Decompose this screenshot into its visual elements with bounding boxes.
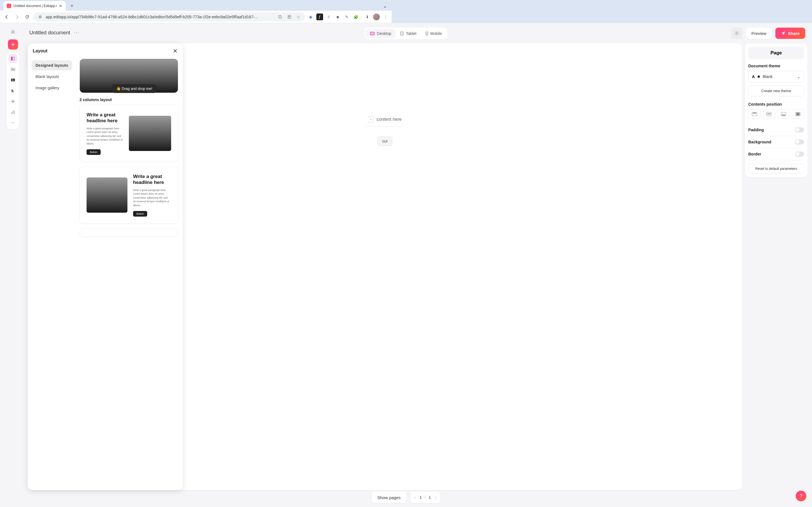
extension-icon-4[interactable]: ☻ (335, 13, 341, 20)
back-button[interactable] (3, 13, 11, 21)
drag-tooltip: 👋 Drag and drop me! (112, 84, 156, 93)
svg-point-4 (12, 79, 12, 80)
svg-rect-5 (11, 112, 12, 114)
svg-rect-8 (11, 122, 12, 123)
site-settings-icon[interactable]: ⚙ (37, 13, 43, 20)
chart-tool-button[interactable] (8, 108, 17, 117)
placeholder-image (87, 177, 128, 213)
tab-blank-layouts[interactable]: Blank layouts (32, 71, 72, 82)
tab-image-gallery[interactable]: Image gallery (32, 83, 72, 93)
grid-tool-button[interactable] (8, 97, 17, 106)
star-icon[interactable]: ☆ (295, 13, 302, 20)
forward-button[interactable] (13, 13, 21, 21)
close-icon[interactable]: ✕ (59, 4, 62, 8)
canvas-placeholder-text: content here (377, 117, 392, 122)
document-menu-icon[interactable]: ··· (74, 31, 80, 36)
translate-icon[interactable]: 🈂 (286, 13, 293, 20)
browser-tab-strip: Untitled document | Editapp.i ✕ + ⌄ (0, 0, 392, 11)
add-content-icon[interactable]: + (368, 117, 374, 122)
panel-sidebar: Designed layouts Blank layouts Image gal… (28, 43, 75, 244)
tab-title: Untitled document | Editapp.i (13, 4, 57, 8)
new-tab-button[interactable]: + (68, 2, 76, 10)
extension-icon-5[interactable]: ✎ (343, 13, 350, 20)
layout-tool-button[interactable] (8, 54, 17, 63)
sample-headline: Write a great headline here (87, 112, 123, 124)
layout-card-partial[interactable] (80, 228, 178, 237)
extension-icon-1[interactable]: ◉ (307, 13, 314, 20)
tab-designed-layouts[interactable]: Designed layouts (32, 60, 72, 70)
open-external-icon[interactable]: ⿻ (277, 13, 284, 20)
browser-tab[interactable]: Untitled document | Editapp.i ✕ (3, 1, 66, 11)
document-title[interactable]: Untitled document (29, 30, 70, 36)
sample-button: Button (133, 211, 147, 217)
reload-button[interactable] (23, 13, 31, 21)
panel-content[interactable]: 👋 Drag and drop me! 2 columns layout Wri… (75, 43, 183, 244)
layout-btn-text: out (382, 139, 388, 144)
desktop-icon (370, 32, 375, 35)
add-layout-button[interactable]: out (377, 136, 392, 146)
rail-tools-group: Aa (7, 52, 19, 129)
svg-rect-1 (13, 57, 15, 58)
device-switcher: Desktop Tablet Mobile (364, 27, 392, 40)
sample-headline: Write a great headline here (133, 173, 171, 186)
cursor-tool-button[interactable] (8, 86, 17, 95)
svg-rect-7 (14, 110, 15, 114)
add-button[interactable]: + (8, 40, 18, 50)
favicon-icon (7, 4, 11, 8)
device-desktop-button[interactable]: Desktop (366, 29, 392, 38)
layout-panel: Layout ✕ Designed layouts Blank layouts … (28, 43, 183, 244)
extensions-icon[interactable]: 🧩 (352, 13, 359, 20)
svg-rect-2 (13, 59, 15, 61)
sample-paragraph: Write a great paragraph here. Lorem ipsu… (87, 127, 123, 146)
kebab-menu-icon[interactable]: ⋮ (382, 13, 389, 20)
home-button[interactable] (8, 26, 18, 37)
text-tool-button[interactable]: Aa (8, 65, 17, 74)
sample-paragraph: Write a great paragraph here. Lorem ipsu… (133, 188, 171, 208)
profile-avatar[interactable] (373, 13, 380, 20)
panel-title: Layout (33, 48, 47, 54)
device-label: Desktop (377, 31, 391, 36)
downloads-icon[interactable]: ⬇ (364, 13, 371, 20)
placeholder-image (129, 116, 171, 151)
svg-rect-0 (11, 57, 13, 61)
more-tool-button[interactable] (8, 118, 17, 127)
layout-card-2col-image-left[interactable]: Write a great headline here Write a grea… (80, 166, 178, 224)
layout-card-2col-text-left[interactable]: Write a great headline here Write a grea… (80, 105, 178, 162)
svg-rect-10 (13, 122, 15, 123)
svg-rect-9 (13, 122, 13, 123)
tabs-dropdown-icon[interactable]: ⌄ (381, 2, 389, 10)
browser-toolbar: ⚙ app.editapp.io/app/794b98c7-91ad-4798-… (0, 11, 392, 23)
svg-rect-6 (13, 111, 13, 114)
media-tool-button[interactable] (8, 75, 17, 84)
sample-button: Button (87, 149, 101, 155)
address-bar[interactable]: ⚙ app.editapp.io/app/794b98c7-91ad-4798-… (33, 12, 305, 21)
extension-icon-2[interactable]: ƒ (316, 13, 323, 20)
section-label-2col: 2 columns layout (80, 98, 178, 102)
url-text: app.editapp.io/app/794b98c7-91ad-4798-a5… (46, 15, 274, 19)
divider (365, 126, 392, 126)
extension-icon-3[interactable]: ◊ (325, 13, 332, 20)
left-rail: + Aa (7, 26, 19, 129)
